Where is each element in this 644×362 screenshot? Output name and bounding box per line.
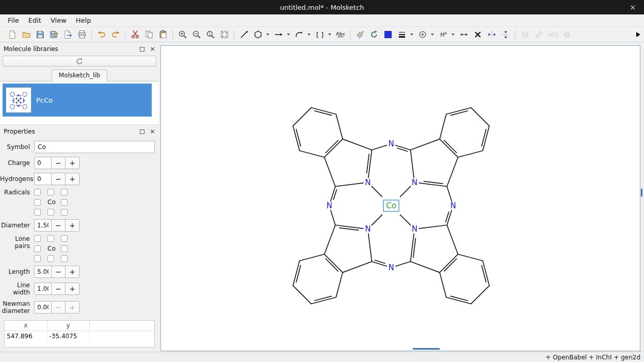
properties-panel-float-icon[interactable] <box>140 129 144 134</box>
tab-molsketch-lib[interactable]: Molsketch_lib <box>52 70 107 81</box>
align-tool[interactable] <box>457 28 471 41</box>
coordinate-y-cell[interactable]: -35.4075 <box>47 331 89 341</box>
bond[interactable] <box>372 215 382 226</box>
paste-button[interactable] <box>156 28 170 41</box>
nitrogen-atom-label[interactable]: N <box>412 178 417 187</box>
menu-file[interactable]: File <box>3 14 24 26</box>
bond[interactable] <box>396 261 411 266</box>
charge-decrement-button[interactable]: − <box>52 157 66 169</box>
diameter-value-input[interactable] <box>34 219 52 232</box>
window-close-button[interactable]: × <box>625 0 640 14</box>
line-width-tool[interactable] <box>395 28 409 41</box>
lone-pair-checkbox[interactable] <box>34 235 41 242</box>
bracket-tool-dropdown[interactable] <box>327 28 332 41</box>
bond[interactable] <box>410 261 440 272</box>
bond[interactable] <box>447 157 458 187</box>
properties-panel-close-icon[interactable]: × <box>150 129 155 134</box>
bond[interactable] <box>372 186 382 197</box>
drawing-canvas[interactable]: NNNNNNNNCo <box>160 45 640 351</box>
hydrogens-decrement-button[interactable]: − <box>52 173 66 185</box>
nitrogen-atom-label[interactable]: N <box>388 139 394 149</box>
line-width-tool-dropdown[interactable] <box>409 28 414 41</box>
radical-checkbox[interactable] <box>61 199 68 206</box>
mechanism-arrow-tool[interactable] <box>292 28 306 41</box>
bond[interactable] <box>340 228 359 231</box>
undo-button[interactable] <box>94 28 108 41</box>
charge-value-input[interactable] <box>34 157 52 169</box>
bracket-tool[interactable]: [ ] <box>313 28 327 41</box>
menu-help[interactable]: Help <box>71 14 96 26</box>
length-value-input[interactable] <box>34 266 52 278</box>
bond[interactable] <box>400 186 411 197</box>
bond[interactable] <box>325 139 343 157</box>
zoom-fit-button[interactable] <box>217 28 231 41</box>
bond[interactable] <box>293 286 311 304</box>
lone-pair-checkbox[interactable] <box>34 245 41 252</box>
lone-pair-checkbox[interactable] <box>47 255 54 262</box>
bond[interactable] <box>471 286 489 304</box>
bond[interactable] <box>300 151 325 157</box>
bond[interactable] <box>447 187 452 202</box>
coordinates-row[interactable]: 547.896 -35.4075 <box>5 331 154 341</box>
coordinate-x-cell[interactable]: 547.896 <box>5 331 47 341</box>
text-tool[interactable]: Abc <box>333 28 347 41</box>
bond[interactable] <box>331 187 335 202</box>
length-decrement-button[interactable]: − <box>52 266 66 278</box>
bond[interactable] <box>368 234 372 261</box>
redo-button[interactable] <box>108 28 122 41</box>
hatch-tool[interactable] <box>353 28 367 41</box>
bond[interactable] <box>410 139 440 150</box>
cut-button[interactable] <box>128 28 142 41</box>
export-button[interactable] <box>61 28 75 41</box>
bond[interactable] <box>440 139 458 157</box>
print-button[interactable] <box>75 28 89 41</box>
ring-tool[interactable] <box>251 28 265 41</box>
bond[interactable] <box>410 150 414 178</box>
ring-tool-dropdown[interactable] <box>265 28 270 41</box>
line-width-increment-button[interactable]: + <box>66 283 79 295</box>
bond[interactable] <box>444 140 457 153</box>
molecule-drawing[interactable]: NNNNNNNNCo <box>161 46 640 351</box>
zoom-in-button[interactable] <box>175 28 189 41</box>
bond[interactable] <box>315 296 332 301</box>
bond[interactable] <box>451 111 468 116</box>
library-refresh-button[interactable] <box>3 56 156 67</box>
reaction-arrow-tool-dropdown[interactable] <box>285 28 291 41</box>
bond[interactable] <box>447 210 452 225</box>
nitrogen-atom-label[interactable]: N <box>388 263 394 272</box>
zoom-out-button[interactable] <box>189 28 203 41</box>
radical-checkbox[interactable] <box>34 189 41 195</box>
newman-diameter-value-input[interactable] <box>34 301 52 314</box>
lone-pair-checkbox[interactable] <box>61 255 68 262</box>
nitrogen-atom-label[interactable]: N <box>450 201 456 210</box>
color-picker-button[interactable] <box>381 28 395 41</box>
hydrogens-increment-button[interactable]: + <box>66 173 79 185</box>
bond[interactable] <box>296 266 301 283</box>
nitrogen-atom-label[interactable]: N <box>365 224 371 234</box>
bond[interactable] <box>440 254 458 272</box>
bond[interactable] <box>481 266 486 283</box>
charge-increment-button[interactable]: + <box>66 157 79 169</box>
bond[interactable] <box>336 114 343 139</box>
bond[interactable] <box>440 114 446 139</box>
bond[interactable] <box>419 225 447 228</box>
charge-tool[interactable] <box>415 28 429 41</box>
length-increment-button[interactable]: + <box>66 266 79 278</box>
bond[interactable] <box>325 254 343 272</box>
diameter-increment-button[interactable]: + <box>66 219 79 232</box>
bond[interactable] <box>325 157 335 187</box>
library-list[interactable]: PcCo <box>0 81 159 125</box>
delete-tool[interactable] <box>471 28 485 41</box>
line-width-value-input[interactable] <box>34 283 52 295</box>
bond[interactable] <box>367 154 369 173</box>
flip-horizontal-tool[interactable] <box>485 28 498 41</box>
bond[interactable] <box>424 182 443 184</box>
bond[interactable] <box>293 108 311 126</box>
open-file-button[interactable] <box>19 28 33 41</box>
zoom-reset-button[interactable]: 1 <box>203 28 217 41</box>
radical-checkbox[interactable] <box>61 189 68 195</box>
lone-pair-checkbox[interactable] <box>61 245 68 252</box>
bond[interactable] <box>300 254 325 261</box>
menu-view[interactable]: View <box>46 14 71 26</box>
bond[interactable] <box>458 151 482 157</box>
